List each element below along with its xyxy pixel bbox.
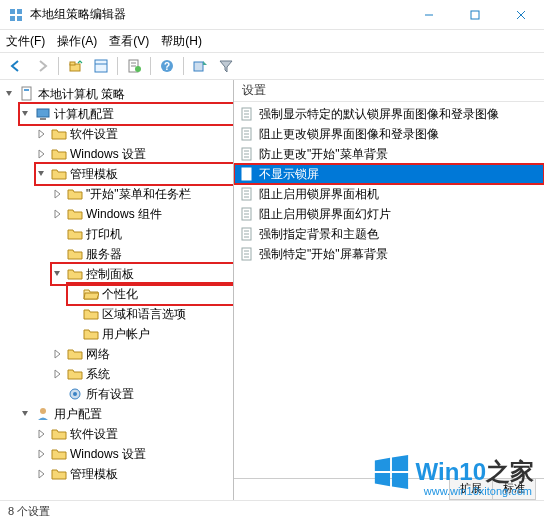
export-button[interactable]: [188, 55, 212, 77]
tree-label: 软件设置: [70, 126, 118, 143]
list-item[interactable]: 防止更改"开始"菜单背景: [234, 144, 544, 164]
tree-personalization[interactable]: 个性化: [68, 284, 233, 304]
folder-icon: [67, 366, 83, 382]
back-button[interactable]: [4, 55, 28, 77]
tree-user-accounts[interactable]: 用户帐户: [68, 324, 233, 344]
tree-admin-templates[interactable]: 管理模板: [36, 164, 233, 184]
list-item[interactable]: 阻止更改锁屏界面图像和登录图像: [234, 124, 544, 144]
list-header[interactable]: 设置: [234, 80, 544, 102]
tree-software-settings[interactable]: 软件设置: [36, 124, 233, 144]
menu-view[interactable]: 查看(V): [109, 33, 149, 50]
menu-action[interactable]: 操作(A): [57, 33, 97, 50]
up-button[interactable]: [63, 55, 87, 77]
folder-icon: [51, 126, 67, 142]
list-item[interactable]: 强制显示特定的默认锁屏界面图像和登录图像: [234, 104, 544, 124]
tree-start-taskbar[interactable]: "开始"菜单和任务栏: [52, 184, 233, 204]
tree-computer-config[interactable]: 计算机配置: [20, 104, 233, 124]
svg-rect-2: [10, 16, 15, 21]
tree-label: 用户配置: [54, 406, 102, 423]
policy-item-icon: [240, 147, 254, 161]
tree-windows-settings[interactable]: Windows 设置: [36, 144, 233, 164]
window-title: 本地组策略编辑器: [30, 6, 406, 23]
svg-rect-0: [10, 9, 15, 14]
list-item-label: 阻止更改锁屏界面图像和登录图像: [259, 126, 439, 143]
menubar: 文件(F) 操作(A) 查看(V) 帮助(H): [0, 30, 544, 52]
collapse-icon[interactable]: [4, 88, 16, 100]
watermark-url: www.win10xitong.com: [424, 485, 532, 497]
toolbar: ?: [0, 52, 544, 80]
tree-label: 管理模板: [70, 166, 118, 183]
list-item-label: 强制指定背景和主题色: [259, 226, 379, 243]
folder-icon: [67, 246, 83, 262]
expand-icon[interactable]: [36, 448, 48, 460]
tree-network[interactable]: 网络: [52, 344, 233, 364]
expand-icon[interactable]: [36, 468, 48, 480]
tree-button[interactable]: [89, 55, 113, 77]
list-item-label: 强制特定"开始"屏幕背景: [259, 246, 388, 263]
collapse-icon[interactable]: [20, 108, 32, 120]
tree-region-lang[interactable]: 区域和语言选项: [68, 304, 233, 324]
expand-icon[interactable]: [52, 188, 64, 200]
list-item[interactable]: 强制指定背景和主题色: [234, 224, 544, 244]
tree-all-settings[interactable]: 所有设置: [52, 384, 233, 404]
folder-icon: [83, 306, 99, 322]
expand-icon[interactable]: [36, 148, 48, 160]
forward-button[interactable]: [30, 55, 54, 77]
list-item-label: 阻止启用锁屏界面相机: [259, 186, 379, 203]
filter-button[interactable]: [214, 55, 238, 77]
list-item[interactable]: 强制特定"开始"屏幕背景: [234, 244, 544, 264]
policy-item-icon: [240, 187, 254, 201]
minimize-button[interactable]: [406, 0, 452, 30]
help-button[interactable]: ?: [155, 55, 179, 77]
menu-file[interactable]: 文件(F): [6, 33, 45, 50]
tree-u-admin[interactable]: 管理模板: [36, 464, 233, 484]
maximize-button[interactable]: [452, 0, 498, 30]
svg-text:?: ?: [164, 61, 170, 72]
svg-point-15: [135, 66, 141, 72]
tree-label: 个性化: [102, 286, 138, 303]
settings-icon: [67, 386, 83, 402]
folder-icon: [67, 186, 83, 202]
list-item[interactable]: 阻止启用锁屏界面幻灯片: [234, 204, 544, 224]
close-button[interactable]: [498, 0, 544, 30]
tree-label: 服务器: [86, 246, 122, 263]
tree-label: 软件设置: [70, 426, 118, 443]
expand-icon[interactable]: [52, 348, 64, 360]
expand-icon[interactable]: [52, 368, 64, 380]
policy-item-icon: [240, 127, 254, 141]
policy-item-icon: [240, 207, 254, 221]
tree-u-windows[interactable]: Windows 设置: [36, 444, 233, 464]
folder-icon: [51, 446, 67, 462]
menu-help[interactable]: 帮助(H): [161, 33, 202, 50]
policy-icon: [19, 86, 35, 102]
tree-system[interactable]: 系统: [52, 364, 233, 384]
list-body[interactable]: 强制显示特定的默认锁屏界面图像和登录图像阻止更改锁屏界面图像和登录图像防止更改"…: [234, 102, 544, 478]
folder-icon: [51, 146, 67, 162]
folder-icon: [67, 346, 83, 362]
collapse-icon[interactable]: [20, 408, 32, 420]
collapse-icon[interactable]: [52, 268, 64, 280]
properties-button[interactable]: [122, 55, 146, 77]
tree-control-panel[interactable]: 控制面板: [52, 264, 233, 284]
collapse-icon[interactable]: [36, 168, 48, 180]
list-item[interactable]: 不显示锁屏: [234, 164, 544, 184]
svg-rect-19: [22, 87, 31, 100]
expand-icon[interactable]: [36, 428, 48, 440]
tree-user-config[interactable]: 用户配置: [20, 404, 233, 424]
list-item[interactable]: 阻止启用锁屏界面相机: [234, 184, 544, 204]
tree-printer[interactable]: 打印机: [52, 224, 233, 244]
folder-icon: [83, 326, 99, 342]
tree-pane[interactable]: 本地计算机 策略 计算机配置 软件设置 Windows 设置: [0, 80, 234, 500]
tree-server[interactable]: 服务器: [52, 244, 233, 264]
tree-root[interactable]: 本地计算机 策略: [4, 84, 233, 104]
tree-label: Windows 组件: [86, 206, 162, 223]
svg-rect-20: [24, 89, 29, 91]
tree-label: 计算机配置: [54, 106, 114, 123]
expand-icon[interactable]: [36, 128, 48, 140]
list-pane: 设置 强制显示特定的默认锁屏界面图像和登录图像阻止更改锁屏界面图像和登录图像防止…: [234, 80, 544, 500]
expand-icon[interactable]: [52, 208, 64, 220]
tree-u-software[interactable]: 软件设置: [36, 424, 233, 444]
folder-icon: [67, 206, 83, 222]
tree-windows-components[interactable]: Windows 组件: [52, 204, 233, 224]
svg-rect-22: [40, 118, 46, 120]
